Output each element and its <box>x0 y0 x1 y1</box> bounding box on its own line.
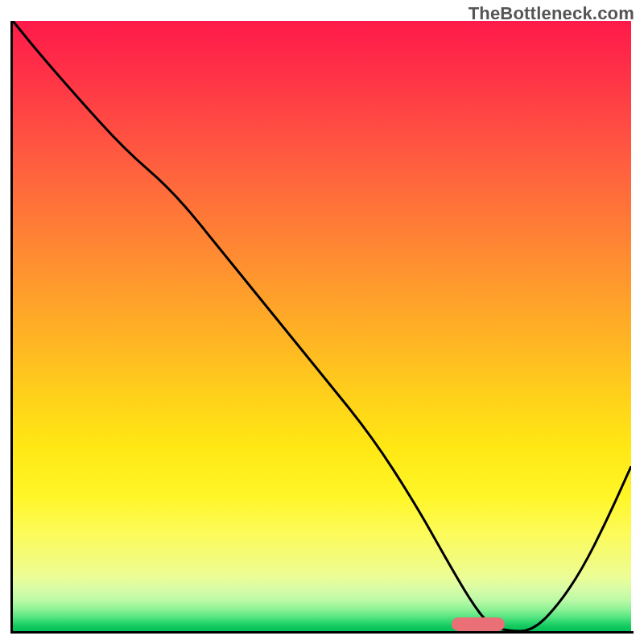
optimum-marker <box>452 617 504 631</box>
curve-path <box>13 21 631 631</box>
plot-area <box>13 21 631 631</box>
bottleneck-curve <box>13 21 631 631</box>
bottleneck-chart: TheBottleneck.com <box>0 0 644 644</box>
watermark-text: TheBottleneck.com <box>469 3 634 24</box>
